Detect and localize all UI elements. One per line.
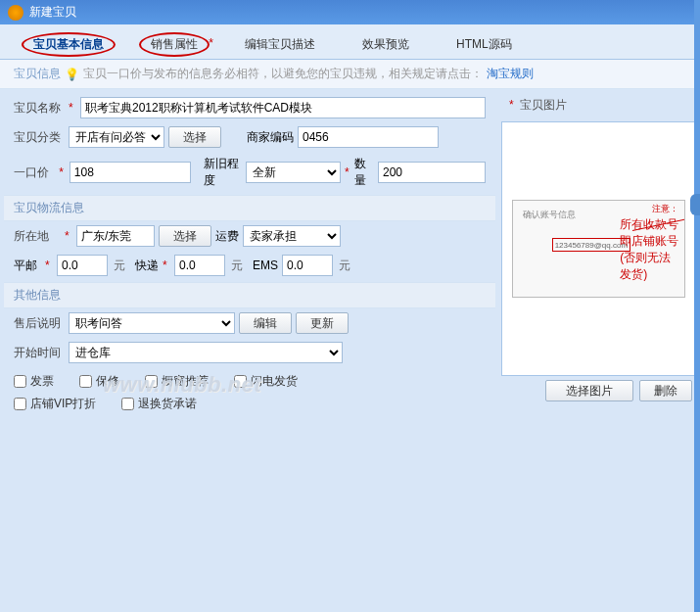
ems-unit: 元 — [339, 258, 350, 274]
app-logo-icon — [8, 5, 23, 21]
select-image-button[interactable]: 选择图片 — [545, 380, 633, 401]
tab-strip: 宝贝基本信息 销售属性* 编辑宝贝描述 效果预览 HTML源码 — [0, 24, 700, 60]
ems-label: EMS — [253, 259, 278, 272]
surface-label: 平邮 — [14, 258, 41, 274]
starttime-select[interactable]: 进仓库 — [69, 342, 343, 363]
image-preview-box: 确认账号信息 123456789@qq.com 注意： 所有收款号即店铺账号(否… — [501, 121, 696, 376]
ems-input[interactable] — [282, 255, 333, 276]
right-edge-decoration — [694, 0, 700, 612]
invoice-checkbox-label[interactable]: 发票 — [14, 373, 54, 390]
fast-checkbox[interactable] — [234, 375, 247, 388]
thumb-highlight-box: 123456789@qq.com — [552, 238, 630, 252]
tab-sales-attr[interactable]: 销售属性* — [127, 30, 221, 59]
thumb-note: 注意： — [652, 203, 678, 215]
location-select-button[interactable]: 选择 — [159, 225, 211, 247]
edit-button[interactable]: 编辑 — [239, 312, 292, 334]
image-section-title: * 宝贝图片 — [501, 93, 696, 118]
surface-input[interactable] — [57, 255, 108, 276]
location-input[interactable] — [76, 225, 155, 247]
vendor-code-input[interactable] — [298, 126, 439, 148]
image-thumbnail[interactable]: 确认账号信息 123456789@qq.com 注意： 所有收款号即店铺账号(否… — [512, 200, 685, 298]
right-column: * 宝贝图片 确认账号信息 123456789@qq.com 注意： 所有收款号… — [501, 93, 696, 418]
warranty-checkbox-label[interactable]: 保修 — [79, 373, 119, 390]
other-group-title: 其他信息 — [4, 282, 495, 308]
invoice-checkbox[interactable] — [14, 375, 26, 388]
bulb-icon: 💡 — [65, 68, 79, 81]
freight-label: 运费 — [215, 228, 239, 245]
category-select-button[interactable]: 选择 — [168, 126, 221, 148]
logistics-group-title: 宝贝物流信息 — [4, 195, 495, 221]
window-title: 新建宝贝 — [29, 4, 76, 21]
warranty-checkbox[interactable] — [79, 375, 92, 388]
aftersale-select[interactable]: 职考问答 — [69, 312, 235, 334]
vip-checkbox[interactable] — [14, 398, 26, 410]
title-bar: 新建宝贝 — [0, 0, 700, 24]
banner-label: 宝贝信息 — [14, 66, 61, 82]
return-checkbox-label[interactable]: 退换货承诺 — [121, 396, 197, 412]
qty-label: 数量 — [354, 156, 374, 189]
return-checkbox[interactable] — [121, 398, 134, 410]
express-unit: 元 — [231, 258, 243, 274]
thumb-red-text: 所有收款号即店铺账号(否则无法发货) — [620, 216, 678, 283]
aftersale-label: 售后说明 — [14, 315, 65, 332]
refresh-button[interactable]: 更新 — [296, 312, 349, 334]
tab-html-source[interactable]: HTML源码 — [433, 30, 536, 59]
info-banner: 宝贝信息 💡 宝贝一口价与发布的信息务必相符，以避免您的宝贝违规，相关规定请点击… — [0, 60, 700, 89]
name-input[interactable] — [80, 97, 486, 118]
category-label: 宝贝分类 — [14, 129, 65, 146]
banner-text: 宝贝一口价与发布的信息务必相符，以避免您的宝贝违规，相关规定请点击： — [83, 66, 483, 82]
express-input[interactable] — [174, 255, 225, 276]
condition-label: 新旧程度 — [204, 156, 242, 189]
left-column: 宝贝名称 * 宝贝分类 开店有问必答 选择 商家编码 一口价 * 新旧程度 全新… — [4, 93, 495, 418]
category-select[interactable]: 开店有问必答 — [69, 126, 164, 148]
fast-checkbox-label[interactable]: 闪电发货 — [234, 373, 298, 390]
right-edge-handle[interactable] — [690, 194, 700, 215]
thumb-title: 确认账号信息 — [523, 209, 576, 221]
tab-basic-info[interactable]: 宝贝基本信息 — [10, 30, 127, 59]
main-area: 宝贝名称 * 宝贝分类 开店有问必答 选择 商家编码 一口价 * 新旧程度 全新… — [0, 89, 700, 422]
showcase-checkbox[interactable] — [145, 375, 158, 388]
delete-image-button[interactable]: 删除 — [639, 380, 692, 401]
express-label: 快递 — [135, 258, 159, 274]
tab-edit-desc[interactable]: 编辑宝贝描述 — [221, 30, 339, 59]
freight-select[interactable]: 卖家承担 — [243, 225, 341, 247]
banner-link[interactable]: 淘宝规则 — [487, 66, 534, 82]
condition-select[interactable]: 全新 — [246, 162, 341, 183]
price-label: 一口价 — [14, 165, 55, 181]
surface-unit: 元 — [114, 258, 125, 274]
location-label: 所在地 — [14, 228, 61, 245]
price-input[interactable] — [70, 162, 191, 183]
showcase-checkbox-label[interactable]: 橱窗推荐 — [145, 373, 209, 390]
tab-preview[interactable]: 效果预览 — [339, 30, 433, 59]
vendor-code-label: 商家编码 — [247, 129, 294, 146]
vip-checkbox-label[interactable]: 店铺VIP打折 — [14, 396, 96, 412]
qty-input[interactable] — [378, 162, 486, 183]
starttime-label: 开始时间 — [14, 345, 65, 361]
name-label: 宝贝名称 — [14, 100, 65, 117]
